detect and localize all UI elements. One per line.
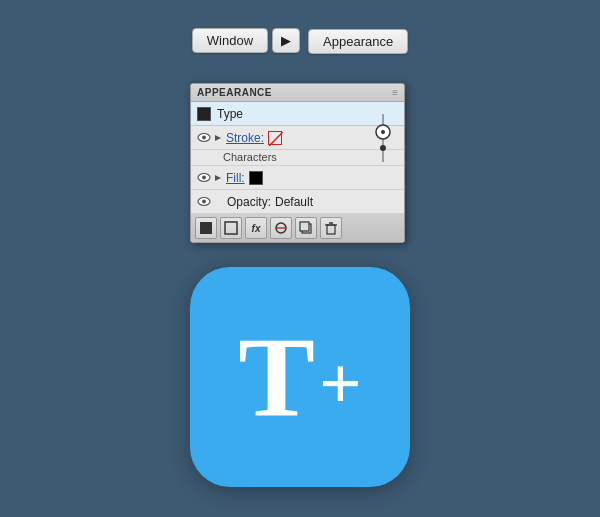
svg-rect-14 xyxy=(225,222,237,234)
svg-line-3 xyxy=(269,132,283,146)
type-label: Type xyxy=(217,107,243,121)
fx-button[interactable]: fx xyxy=(245,217,267,239)
appearance-button[interactable]: Appearance xyxy=(308,29,408,54)
toolbar: Window ▶ Appearance xyxy=(0,0,600,80)
appearance-panel: APPEARANCE ≡ Type Stroke: xyxy=(190,83,405,243)
eye-icon xyxy=(197,132,211,143)
panel-title: APPEARANCE xyxy=(197,87,272,98)
opacity-eye-icon xyxy=(197,196,211,207)
svg-rect-13 xyxy=(200,222,212,234)
stroke-circle-diagram xyxy=(368,114,398,162)
fill-row: Fill: xyxy=(191,166,404,190)
svg-point-6 xyxy=(381,130,385,134)
app-icon-text: T + xyxy=(238,320,361,435)
new-layer-icon xyxy=(199,221,213,235)
duplicate-button[interactable] xyxy=(295,217,317,239)
stroke-link[interactable]: Stroke: xyxy=(226,131,264,145)
fill-eye-icon xyxy=(197,172,211,183)
new-layer-button[interactable] xyxy=(195,217,217,239)
circle-icon xyxy=(274,221,288,235)
delete-button[interactable] xyxy=(320,217,342,239)
fx-label: fx xyxy=(252,223,261,234)
panel-grip: ≡ xyxy=(392,87,398,98)
circle-button[interactable] xyxy=(270,217,292,239)
app-icon-plus: + xyxy=(319,345,362,420)
opacity-label: Opacity: xyxy=(227,195,271,209)
svg-point-12 xyxy=(202,200,206,204)
type-swatch xyxy=(197,107,211,121)
app-icon: T + xyxy=(190,267,410,487)
panel-footer: fx xyxy=(191,214,404,242)
stroke-swatch[interactable] xyxy=(268,131,282,145)
stroke-row: Stroke: xyxy=(191,126,404,150)
stroke-arrow-icon xyxy=(213,133,223,143)
panel-header[interactable]: APPEARANCE ≡ xyxy=(191,84,404,102)
stroke-diagram xyxy=(368,126,398,149)
svg-marker-10 xyxy=(215,175,221,181)
opacity-value: Default xyxy=(275,195,313,209)
duplicate-icon xyxy=(299,221,313,235)
fill-link[interactable]: Fill: xyxy=(226,171,245,185)
svg-point-1 xyxy=(202,136,206,140)
svg-marker-2 xyxy=(215,135,221,141)
characters-label: Characters xyxy=(223,151,277,163)
app-icon-t: T xyxy=(238,320,315,435)
opacity-row: Opacity: Default xyxy=(191,190,404,214)
fill-arrow-icon xyxy=(213,173,223,183)
fill-swatch[interactable] xyxy=(249,171,263,185)
svg-point-7 xyxy=(380,145,386,151)
rect-button[interactable] xyxy=(220,217,242,239)
trash-icon xyxy=(324,221,338,235)
svg-rect-18 xyxy=(300,222,309,231)
rect-icon xyxy=(224,221,238,235)
svg-point-9 xyxy=(202,176,206,180)
svg-rect-19 xyxy=(327,225,335,234)
window-button[interactable]: Window xyxy=(192,28,268,53)
arrow-button[interactable]: ▶ xyxy=(272,28,300,53)
